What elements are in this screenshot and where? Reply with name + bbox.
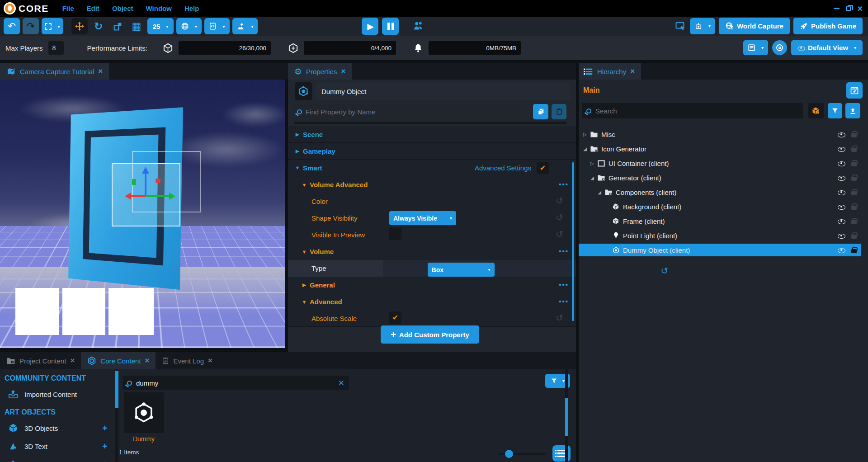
tree-item-background[interactable]: Background (client) [579, 200, 861, 213]
world-capture-button[interactable]: World Capture [719, 18, 790, 34]
shape-visibility-dropdown[interactable]: Always Visible▾ [389, 211, 456, 225]
absolute-scale-checkbox[interactable]: ✔ [389, 311, 401, 324]
menu-file[interactable]: File [62, 5, 74, 12]
properties-scrollbar[interactable] [572, 162, 574, 321]
visibility-icon[interactable] [838, 232, 845, 239]
lock-icon[interactable] [851, 220, 857, 224]
section-smart[interactable]: ▼ Smart Advanced Settings ✔ [288, 160, 576, 176]
visibility-icon[interactable] [838, 246, 845, 254]
lock-icon[interactable] [851, 133, 857, 137]
group-volume[interactable]: ▼ Volume ••• [288, 243, 576, 260]
hierarchy-filter-button[interactable] [828, 103, 842, 118]
hierarchy-export-button[interactable] [845, 103, 860, 118]
max-players-input[interactable] [48, 41, 64, 55]
expand-icon[interactable]: ▷ [581, 132, 589, 137]
tab-event-log[interactable]: Event Log × [156, 352, 219, 369]
visible-in-preview-checkbox[interactable] [389, 228, 401, 240]
lock-icon[interactable] [851, 191, 857, 195]
group-menu-button[interactable]: ••• [559, 281, 569, 288]
object-name-input[interactable] [316, 82, 570, 100]
menu-help[interactable]: Help [184, 5, 199, 12]
add-3d-objects-icon[interactable]: + [102, 423, 108, 434]
content-search-input[interactable] [136, 379, 334, 387]
reset-icon[interactable]: ↺ [661, 265, 669, 276]
add-animated-meshes-icon[interactable]: + [102, 459, 108, 462]
visibility-icon[interactable] [838, 189, 845, 196]
reset-icon[interactable]: ↺ [556, 229, 563, 240]
group-menu-button[interactable]: ••• [559, 180, 569, 188]
visibility-icon[interactable] [838, 131, 845, 138]
undo-button[interactable]: ↶ [4, 18, 20, 34]
tree-item-icon-generator[interactable]: ◢ Icon Generator [579, 142, 861, 155]
play-button[interactable]: ▶ [362, 18, 378, 35]
group-menu-button[interactable]: ••• [559, 297, 569, 305]
pause-button[interactable] [382, 18, 399, 35]
sidebar-item-imported-content[interactable]: Imported Content [0, 387, 115, 401]
reset-icon[interactable]: ↺ [556, 312, 563, 323]
visibility-icon[interactable] [838, 174, 845, 181]
expand-icon[interactable]: ▷ [589, 161, 596, 166]
reset-icon[interactable]: ↺ [556, 195, 563, 206]
tree-item-generator[interactable]: ◢ Generator (client) [579, 171, 861, 184]
move-tool-button[interactable] [71, 18, 88, 34]
section-gameplay[interactable]: ▶ Gameplay [288, 143, 576, 160]
script-dropdown[interactable]: ▾ [204, 18, 230, 34]
clear-search-icon[interactable]: ✕ [338, 378, 344, 388]
tree-item-components[interactable]: ◢ Components (client) [579, 186, 861, 198]
tab-close-icon[interactable]: × [630, 67, 635, 76]
content-scrollbar-thumb[interactable] [565, 398, 568, 436]
close-button[interactable]: × [857, 4, 863, 13]
tree-item-frame[interactable]: Frame (client) [579, 215, 861, 227]
gizmo-x-axis[interactable] [131, 195, 146, 197]
tab-close-icon[interactable]: × [98, 67, 103, 76]
paste-properties-button[interactable] [552, 104, 566, 119]
rotate-tool-button[interactable]: ↻ [90, 18, 107, 34]
hierarchy-search-input[interactable] [595, 107, 803, 115]
tab-project-content[interactable]: Project Content × [0, 352, 81, 369]
tree-item-point-light[interactable]: Point Light (client) [579, 229, 861, 242]
visibility-icon[interactable] [838, 160, 845, 167]
view-mode-button[interactable] [552, 445, 571, 462]
redo-button[interactable]: ↷ [23, 18, 39, 34]
multiplayer-preview-icon[interactable] [412, 20, 424, 32]
sidebar-item-3d-text[interactable]: 3D Text + [0, 439, 115, 453]
group-volume-advanced[interactable]: ▼ Volume Advanced ••• [288, 176, 576, 193]
type-dropdown[interactable]: Box▾ [428, 263, 495, 277]
scene-capture-button[interactable] [846, 82, 863, 99]
reset-icon[interactable]: ↺ [556, 212, 563, 223]
tree-item-ui-container[interactable]: ▷ UI Container (client) [579, 157, 861, 170]
add-3d-text-icon[interactable]: + [102, 441, 108, 452]
asset-tile-dummy[interactable] [124, 392, 164, 433]
publish-game-button[interactable]: Publish Game [793, 18, 863, 34]
gizmo-z-axis[interactable] [145, 173, 146, 196]
lock-icon[interactable] [851, 177, 857, 181]
network-context-button[interactable] [808, 103, 824, 118]
minimize-button[interactable] [834, 8, 840, 9]
world-mode-dropdown[interactable]: ▾ [176, 18, 202, 34]
copy-properties-button[interactable] [533, 104, 548, 119]
scene-viewport[interactable] [0, 80, 285, 348]
find-property-input[interactable] [306, 108, 521, 116]
visibility-icon[interactable] [838, 203, 845, 210]
gizmo-y-axis[interactable] [146, 195, 169, 197]
restore-button[interactable] [846, 6, 851, 11]
scene-root-label[interactable]: Main [583, 86, 599, 94]
bot-capture-dropdown[interactable]: ▾ [690, 18, 715, 34]
tab-close-icon[interactable]: × [145, 356, 150, 365]
sidebar-scrollbar-thumb[interactable] [115, 371, 118, 408]
add-custom-property-button[interactable]: + Add Custom Property [381, 325, 479, 344]
tab-hierarchy[interactable]: Hierarchy × [579, 63, 641, 80]
tab-close-icon[interactable]: × [70, 356, 75, 365]
collapse-icon[interactable]: ◢ [581, 146, 589, 151]
tab-close-icon[interactable]: × [341, 67, 345, 76]
collapse-icon[interactable]: ◢ [596, 190, 603, 195]
menu-edit[interactable]: Edit [87, 5, 99, 12]
menu-object[interactable]: Object [112, 5, 133, 12]
tab-close-icon[interactable]: × [208, 356, 212, 365]
screen-capture-icon[interactable] [675, 21, 686, 32]
menu-window[interactable]: Window [146, 5, 172, 12]
tab-properties[interactable]: ⚙ Properties × [288, 63, 352, 80]
tab-core-content[interactable]: Core Content × [81, 352, 156, 369]
collapse-icon[interactable]: ◢ [589, 175, 596, 180]
sidebar-item-animated-meshes[interactable]: Animated Meshes + [0, 457, 115, 462]
